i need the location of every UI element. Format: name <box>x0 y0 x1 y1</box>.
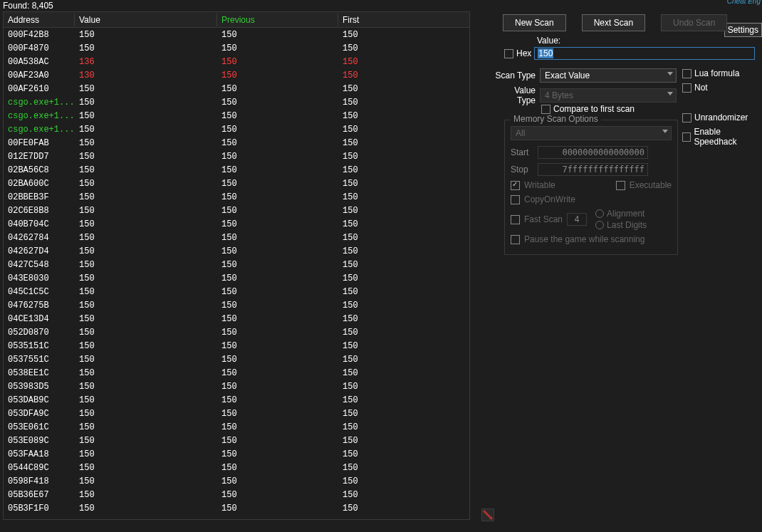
col-header-first[interactable]: First <box>338 14 469 26</box>
table-row[interactable]: 00AF23A0130150150 <box>4 68 469 82</box>
table-row[interactable]: 000F42B8150150150 <box>4 28 469 41</box>
table-row[interactable]: 04CE13D4150150150 <box>4 312 469 325</box>
col-header-previous[interactable]: Previous <box>217 14 338 26</box>
value-type-dropdown: 4 Bytes <box>540 88 677 103</box>
not-checkbox[interactable] <box>682 83 691 93</box>
chevron-down-icon <box>667 72 673 75</box>
not-label: Not <box>694 83 708 93</box>
start-input[interactable] <box>538 146 648 159</box>
pause-checkbox <box>511 235 520 244</box>
next-scan-button[interactable]: Next Scan <box>582 14 645 31</box>
scan-panel: Cheat Eng Settings New Scan Next Scan Un… <box>494 0 762 532</box>
hex-checkbox[interactable] <box>504 49 513 58</box>
stop-label: Stop <box>511 165 533 174</box>
writable-checkbox <box>511 181 520 190</box>
stop-input[interactable] <box>538 163 648 176</box>
table-row[interactable]: 0476275B150150150 <box>4 298 469 312</box>
table-row[interactable]: 045C1C5C150150150 <box>4 285 469 298</box>
fast-scan-checkbox <box>511 215 520 224</box>
start-label: Start <box>511 147 533 157</box>
cow-label: CopyOnWrite <box>524 194 575 204</box>
memory-scan-options: Memory Scan Options All Start Stop Writa… <box>504 120 678 255</box>
table-row[interactable]: csgo.exe+1...150150150 <box>4 122 469 136</box>
value-input[interactable]: 150 <box>534 47 755 60</box>
table-row[interactable]: 053DFA9C150150150 <box>4 407 469 420</box>
table-row[interactable]: 040B704C150150150 <box>4 217 469 231</box>
table-row[interactable]: 02BA56C8150150150 <box>4 163 469 177</box>
table-row[interactable]: 02BA600C150150150 <box>4 177 469 190</box>
value-type-label: Value Type <box>494 85 536 105</box>
last-digits-radio <box>595 221 604 229</box>
results-table: Address Value Previous First 000F42B8150… <box>3 11 470 520</box>
table-row[interactable]: 0427C548150150150 <box>4 258 469 271</box>
memory-options-title: Memory Scan Options <box>511 114 601 124</box>
region-dropdown: All <box>511 126 672 140</box>
new-scan-button[interactable]: New Scan <box>503 14 566 31</box>
table-row[interactable]: 012E7DD7150150150 <box>4 150 469 163</box>
table-row[interactable]: 00AF2610150150150 <box>4 82 469 95</box>
table-row[interactable]: 0544C89C150150150 <box>4 461 469 474</box>
value-label: Value: <box>537 36 560 46</box>
table-row[interactable]: 04262784150150150 <box>4 231 469 244</box>
resize-handle[interactable] <box>481 508 494 521</box>
chevron-down-icon <box>667 92 673 95</box>
found-count-label: Found: 8,405 <box>0 0 56 11</box>
executable-label: Executable <box>630 180 672 190</box>
table-row[interactable]: 052D0870150150150 <box>4 325 469 339</box>
table-row[interactable]: 0538EE1C150150150 <box>4 366 469 380</box>
col-header-value[interactable]: Value <box>75 14 217 26</box>
alignment-label: Alignment <box>607 209 644 219</box>
table-row[interactable]: 053983D5150150150 <box>4 380 469 393</box>
alignment-radio <box>595 209 604 218</box>
chevron-down-icon <box>662 130 668 133</box>
pause-label: Pause the game while scanning <box>524 234 644 244</box>
table-row[interactable]: 02C6E8B8150150150 <box>4 204 469 217</box>
compare-checkbox[interactable] <box>541 105 550 114</box>
lua-label: Lua formula <box>694 68 739 78</box>
table-row[interactable]: csgo.exe+1...150150150 <box>4 95 469 109</box>
col-header-address[interactable]: Address <box>4 14 75 26</box>
results-rows[interactable]: 000F42B8150150150000F487015015015000A538… <box>4 28 469 519</box>
undo-scan-button: Undo Scan <box>661 14 727 31</box>
compare-label: Compare to first scan <box>553 104 635 114</box>
table-row[interactable]: 05B36E67150150150 <box>4 488 469 501</box>
table-row[interactable]: 043E8030150150150 <box>4 271 469 285</box>
cow-checkbox <box>511 195 520 204</box>
table-row[interactable]: 053E089C150150150 <box>4 434 469 447</box>
unrandomizer-label: Unrandomizer <box>694 113 748 122</box>
table-row[interactable]: 05B3F1F0150150150 <box>4 501 469 515</box>
table-row[interactable]: csgo.exe+1...150150150 <box>4 109 469 122</box>
lua-checkbox[interactable] <box>682 69 691 78</box>
fast-scan-label: Fast Scan <box>524 214 563 224</box>
unrandomizer-checkbox[interactable] <box>682 113 691 122</box>
table-row[interactable]: 00A538AC136150150 <box>4 55 469 68</box>
table-row[interactable]: 02BBEB3F150150150 <box>4 190 469 204</box>
settings-button[interactable]: Settings <box>724 23 762 37</box>
last-digits-label: Last Digits <box>607 220 647 230</box>
speedhack-label: Enable Speedhack <box>694 127 762 147</box>
speedhack-checkbox[interactable] <box>682 132 691 142</box>
writable-label: Writable <box>524 180 555 190</box>
executable-checkbox <box>616 181 625 190</box>
hex-label: Hex <box>516 48 531 58</box>
scan-type-label: Scan Type <box>494 71 536 80</box>
table-row[interactable]: 0537551C150150150 <box>4 353 469 366</box>
table-row[interactable]: 053E061C150150150 <box>4 420 469 434</box>
table-row[interactable]: 0598F418150150150 <box>4 474 469 488</box>
table-row[interactable]: 053DAB9C150150150 <box>4 393 469 407</box>
fast-scan-input <box>567 213 587 226</box>
table-row[interactable]: 0535151C150150150 <box>4 339 469 353</box>
scan-type-dropdown[interactable]: Exact Value <box>540 68 677 83</box>
results-header: Address Value Previous First <box>4 12 469 28</box>
table-row[interactable]: 053FAA18150150150 <box>4 447 469 461</box>
table-row[interactable]: 000F4870150150150 <box>4 41 469 55</box>
table-row[interactable]: 042627D4150150150 <box>4 244 469 258</box>
table-row[interactable]: 00FE0FAB150150150 <box>4 136 469 150</box>
logo-text: Cheat Eng <box>727 0 761 5</box>
